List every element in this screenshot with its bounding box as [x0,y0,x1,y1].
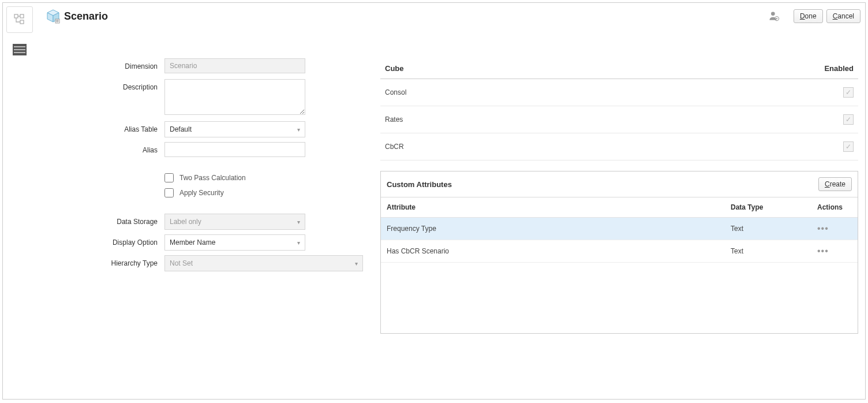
dimension-form: Dimension Scenario Description Alias Tab… [43,58,366,334]
attribute-header: Attribute [381,197,725,218]
cancel-button[interactable]: Cancel [826,9,860,23]
dimension-field: Scenario [164,58,305,73]
two-pass-checkbox[interactable] [164,173,174,182]
data-storage-label: Data Storage [43,214,164,230]
cube-icon [46,9,61,24]
svg-rect-7 [55,19,59,23]
svg-rect-6 [14,52,25,53]
page-title: Scenario [64,10,108,23]
apply-security-checkbox[interactable] [164,188,174,197]
cube-name: Consol [380,79,593,106]
enabled-checkbox-readonly: ✓ [843,141,854,152]
row-actions-icon[interactable]: ••• [817,223,829,233]
enabled-checkbox-readonly: ✓ [843,87,854,98]
create-attribute-button[interactable]: Create [818,177,852,191]
attribute-name: Has CbCR Scenario [381,240,725,263]
cube-row: CbCR ✓ [380,133,858,161]
actions-header: Actions [811,197,858,218]
svg-rect-5 [14,49,25,50]
alias-table-label: Alias Table [43,121,164,137]
done-button[interactable]: Done [794,9,823,23]
hierarchy-icon [13,13,27,27]
svg-point-13 [776,18,777,19]
attribute-row[interactable]: Frequency Type Text ••• [381,218,858,240]
cube-name: Rates [380,106,593,133]
enabled-header: Enabled [593,58,858,79]
main-content: Dimension Scenario Description Alias Tab… [3,29,865,334]
chevron-down-icon: ▾ [297,126,300,133]
page-header: Scenario Done Cancel [3,3,865,29]
alias-field[interactable] [164,142,305,157]
grid-icon [12,43,27,56]
apply-security-label: Apply Security [179,189,224,197]
chevron-down-icon: ▾ [355,260,358,267]
custom-attributes-title: Custom Attributes [387,180,452,189]
svg-rect-2 [20,20,24,24]
tree-view-tab[interactable] [6,6,33,33]
alias-table-select[interactable]: Default ▾ [164,121,305,137]
two-pass-label: Two Pass Calculation [179,174,246,182]
grid-view-tab[interactable] [6,36,33,63]
description-field[interactable] [164,79,305,115]
cube-row: Consol ✓ [380,79,858,106]
attribute-row[interactable]: Has CbCR Scenario Text ••• [381,240,858,263]
custom-attributes-table: Attribute Data Type Actions Frequency Ty… [381,197,858,263]
display-option-label: Display Option [43,234,164,251]
attribute-name: Frequency Type [381,218,725,240]
data-type-header: Data Type [725,197,811,218]
user-settings-icon[interactable] [768,10,780,22]
enabled-checkbox-readonly: ✓ [843,114,854,125]
data-storage-select: Label only ▾ [164,214,305,230]
hierarchy-type-label: Hierarchy Type [43,255,164,271]
attribute-type: Text [725,218,811,240]
description-label: Description [43,79,164,95]
display-option-select[interactable]: Member Name ▾ [164,234,305,251]
chevron-down-icon: ▾ [297,240,300,246]
svg-point-11 [771,12,775,16]
cubes-table: Cube Enabled Consol ✓ Rates ✓ CbCR [380,58,858,161]
dimension-label: Dimension [43,58,164,74]
cube-row: Rates ✓ [380,106,858,133]
hierarchy-type-select: Not Set ▾ [164,255,363,271]
cube-name: CbCR [380,133,593,161]
cube-header: Cube [380,58,593,79]
left-rail [6,6,36,63]
row-actions-icon[interactable]: ••• [817,246,829,256]
alias-label: Alias [43,142,164,158]
svg-rect-0 [14,14,18,18]
svg-rect-1 [20,14,24,18]
svg-rect-4 [14,46,25,47]
custom-attributes-panel: Custom Attributes Create Attribute Data … [380,171,858,334]
chevron-down-icon: ▾ [297,219,300,225]
attribute-type: Text [725,240,811,263]
